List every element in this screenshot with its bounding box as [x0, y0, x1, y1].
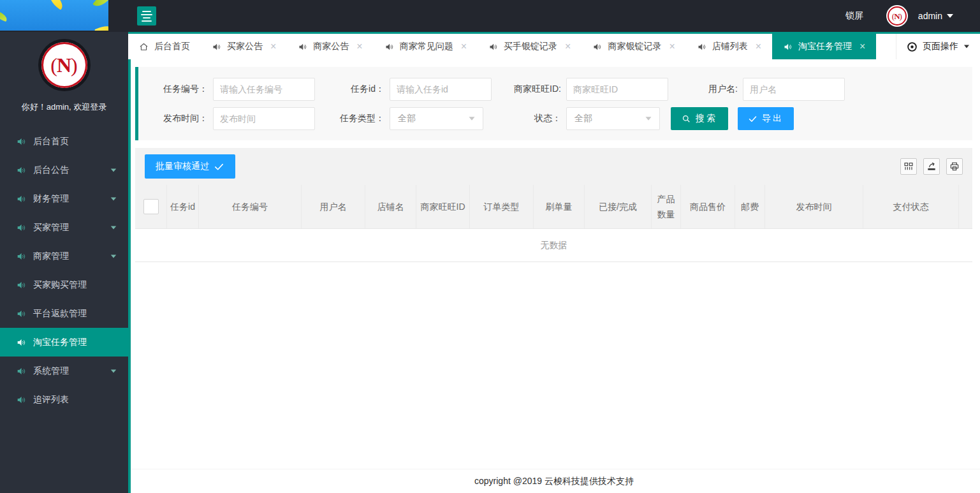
- table-header-cell: 订单类型: [470, 185, 534, 228]
- filter-input[interactable]: [743, 78, 845, 101]
- check-icon: [748, 114, 757, 124]
- tab[interactable]: 店铺列表 ×: [686, 34, 772, 59]
- speaker-icon: [16, 165, 26, 175]
- table-toolbar: 批量审核通过: [135, 148, 972, 185]
- table-header-cell: 产品数量: [652, 185, 681, 228]
- filter-label: 发布时间：: [138, 113, 213, 124]
- tab[interactable]: 买手银锭记录 ×: [478, 34, 581, 59]
- speaker-icon: [16, 280, 26, 290]
- tab[interactable]: 商家公告 ×: [287, 34, 373, 59]
- select-value: 全部: [398, 113, 416, 124]
- table-header-label: 商品售价: [690, 199, 726, 214]
- speaker-icon: [16, 395, 26, 405]
- user-menu[interactable]: admin: [918, 11, 953, 21]
- export-icon: [926, 161, 937, 172]
- table-header-cell: 发布时间: [765, 185, 863, 228]
- chevron-down-icon: [111, 226, 117, 229]
- sidebar-item-label: 商家管理: [33, 251, 69, 262]
- sidebar-item[interactable]: 后台公告: [0, 156, 128, 184]
- check-icon: [214, 161, 224, 172]
- table-header-cell: 已接/完成: [585, 185, 652, 228]
- filter-panel: 任务编号： 任务id： 商家旺旺ID:: [135, 67, 972, 140]
- close-icon[interactable]: ×: [270, 41, 276, 52]
- chevron-down-icon: [646, 117, 652, 120]
- sidebar-item[interactable]: 财务管理: [0, 184, 128, 213]
- filter-label: 任务编号：: [138, 84, 213, 95]
- tab[interactable]: 后台首页: [128, 34, 201, 59]
- tab[interactable]: 买家公告 ×: [201, 34, 287, 59]
- speaker-icon: [212, 42, 221, 52]
- tab-label: 商家公告: [313, 41, 349, 52]
- filter-input[interactable]: [390, 78, 492, 101]
- table-empty-text: 无数据: [541, 240, 567, 251]
- sidebar-nav: 后台首页 后台公告 财务管理: [0, 127, 128, 414]
- table-header-cell: 店铺名: [365, 185, 416, 228]
- speaker-icon: [592, 42, 602, 52]
- tab[interactable]: 淘宝任务管理 ×: [772, 34, 876, 59]
- speaker-icon: [488, 42, 498, 52]
- home-icon: [139, 42, 149, 52]
- sidebar-item[interactable]: 商家管理: [0, 242, 128, 270]
- sidebar-item-label: 平台返款管理: [33, 308, 87, 320]
- chevron-down-icon: [469, 117, 475, 120]
- tab[interactable]: 商家银锭记录 ×: [581, 34, 685, 59]
- close-icon[interactable]: ×: [356, 41, 362, 52]
- close-icon[interactable]: ×: [859, 41, 865, 52]
- sidebar-item[interactable]: 系统管理: [0, 357, 128, 385]
- tab-label: 淘宝任务管理: [798, 41, 852, 52]
- filter-input[interactable]: [213, 107, 315, 130]
- table-header-label: 产品数量: [655, 191, 677, 222]
- table-header-label: 店铺名: [377, 199, 404, 214]
- sidebar-item-label: 后台公告: [33, 165, 69, 176]
- sidebar-item-label: 财务管理: [33, 193, 69, 205]
- lock-screen-button[interactable]: 锁屏: [845, 10, 863, 22]
- batch-approve-button[interactable]: 批量审核通过: [145, 154, 235, 179]
- filter-select[interactable]: 全部: [390, 107, 483, 130]
- columns-toggle-button[interactable]: [900, 158, 917, 175]
- sidebar-item[interactable]: 后台首页: [0, 127, 128, 156]
- filter-label: 状态：: [492, 113, 566, 124]
- sidebar-item[interactable]: 买家购买管理: [0, 270, 128, 299]
- sidebar-item[interactable]: 淘宝任务管理: [0, 328, 128, 357]
- filter-label: 任务id：: [315, 84, 390, 95]
- export-button[interactable]: 导出: [738, 107, 794, 130]
- close-icon[interactable]: ×: [565, 41, 571, 52]
- close-icon[interactable]: ×: [756, 41, 761, 52]
- sidebar-item[interactable]: 买家管理: [0, 213, 128, 242]
- table-header-label: 用户名: [320, 199, 347, 214]
- print-button[interactable]: [946, 158, 963, 175]
- filter-select[interactable]: 全部: [566, 107, 660, 130]
- table-header-label: 任务编号: [232, 199, 268, 214]
- batch-approve-label: 批量审核通过: [156, 161, 209, 172]
- select-all-checkbox[interactable]: [143, 199, 159, 214]
- table-header-label: 邮费: [741, 199, 759, 214]
- content: 任务编号： 任务id： 商家旺旺ID:: [128, 59, 980, 469]
- columns-icon: [903, 161, 914, 172]
- tab-label: 后台首页: [154, 41, 190, 52]
- search-icon: [682, 114, 691, 124]
- user-avatar[interactable]: N: [888, 6, 907, 26]
- table-header-cell: 刷单量: [534, 185, 585, 228]
- topbar: 锁屏 N admin: [0, 0, 980, 32]
- menu-toggle-button[interactable]: [137, 6, 156, 26]
- export-data-button[interactable]: [923, 158, 940, 175]
- search-button-label: 搜索: [696, 113, 717, 124]
- filter-field: 任务类型： 全部: [315, 107, 492, 130]
- filter-row: 任务编号： 任务id： 商家旺旺ID:: [138, 78, 972, 101]
- username-label: admin: [918, 11, 942, 21]
- filter-input[interactable]: [566, 78, 668, 101]
- sidebar-item[interactable]: 追评列表: [0, 385, 128, 414]
- tab-label: 买手银锭记录: [504, 41, 557, 52]
- sidebar-item[interactable]: 平台返款管理: [0, 299, 128, 328]
- tab[interactable]: 商家常见问题 ×: [374, 34, 478, 59]
- close-icon[interactable]: ×: [669, 41, 675, 52]
- page-actions-dropdown[interactable]: 页面操作: [896, 34, 980, 59]
- filter-input[interactable]: [213, 78, 315, 101]
- speaker-icon: [16, 251, 26, 261]
- close-icon[interactable]: ×: [461, 41, 467, 52]
- tab-label: 商家银锭记录: [608, 41, 661, 52]
- tab-label: 店铺列表: [712, 41, 748, 52]
- sidebar-item-label: 追评列表: [33, 394, 69, 406]
- chevron-down-icon: [964, 45, 969, 48]
- search-button[interactable]: 搜索: [671, 107, 728, 130]
